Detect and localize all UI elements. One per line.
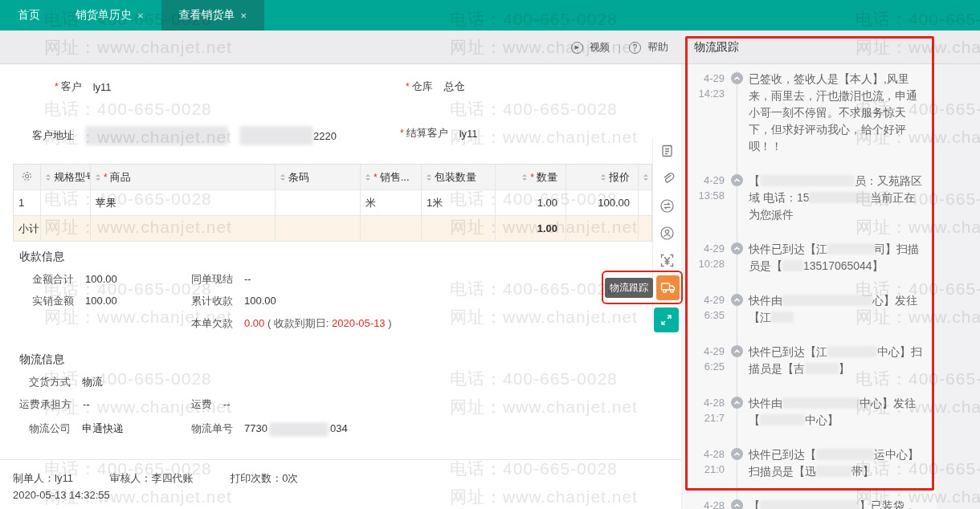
amount-total: 金额合计100.00	[32, 272, 117, 287]
expand-fullscreen-button[interactable]	[654, 307, 679, 332]
logistics-company-value: 申通快递	[82, 422, 124, 434]
help-link[interactable]: 帮助	[647, 40, 668, 55]
timeline-rail	[725, 344, 749, 377]
freight-party: 运费承担方--	[19, 397, 90, 412]
video-link[interactable]: 视频	[590, 40, 610, 55]
sort-arrows-icon[interactable]	[46, 174, 51, 181]
sort-arrows-icon[interactable]	[365, 174, 370, 181]
tracking-number-label: 物流单号	[191, 422, 233, 434]
redacted-text	[760, 500, 860, 509]
table-cell	[91, 216, 276, 241]
settle-customer-field[interactable]: * 结算客户 ly11	[400, 126, 478, 140]
timeline-node-icon	[731, 345, 743, 357]
timeline-node-icon	[731, 242, 743, 254]
actual-amount-value: 100.00	[85, 295, 117, 307]
column-label: 包装数量	[435, 170, 476, 185]
column-header-条码: 条码	[276, 165, 361, 189]
price-icon[interactable]	[659, 252, 676, 268]
links-divider: |	[619, 42, 621, 54]
received-total-label: 累计收款	[191, 295, 233, 307]
auditor-value: 李四代账	[152, 472, 194, 484]
warehouse-field[interactable]: * 仓库 总仓	[406, 79, 465, 94]
table-cell	[361, 216, 422, 241]
amount-total-value: 100.00	[85, 273, 117, 285]
table-cell	[566, 216, 639, 241]
tracking-entry-time: 4-2910:28	[683, 241, 725, 275]
table-cell: 1.00	[496, 216, 566, 241]
tracking-entry-text: 快件已到达【江中心】扫描员是【吉】	[749, 344, 937, 377]
tracking-entry-text: 【】已装袋，扫描员【】，袋号【9006178596869】	[749, 498, 937, 509]
tracking-entry: 4-296:25快件已到达【江中心】扫描员是【吉】	[683, 344, 937, 377]
tracking-number-prefix: 7730	[244, 422, 267, 434]
sort-arrows-icon[interactable]	[522, 174, 527, 181]
gear-icon[interactable]	[21, 170, 33, 185]
auditor-label: 审核人：	[110, 472, 152, 484]
sort-arrows-icon[interactable]	[643, 174, 648, 181]
table-row[interactable]: 1苹果米1米1.00100.00	[14, 190, 651, 216]
table-cell	[422, 216, 496, 241]
tab-close-icon[interactable]: ×	[137, 10, 144, 22]
exchange-icon[interactable]	[659, 197, 676, 214]
redacted-text	[782, 295, 872, 306]
line-items-table: 规格型号*商品条码*销售...包装数量*数量报价1苹果米1米1.00100.00…	[13, 164, 652, 242]
customer-icon[interactable]	[659, 225, 676, 241]
tracking-entry-time: 4-296:25	[683, 344, 725, 377]
sort-arrows-icon[interactable]	[96, 174, 100, 181]
table-header-row: 规格型号*商品条码*销售...包装数量*数量报价	[14, 165, 651, 190]
logistics-tracking-button[interactable]	[656, 275, 680, 300]
logistics-company-label: 物流公司	[29, 422, 71, 434]
top-tab-0[interactable]: 首页	[0, 0, 58, 31]
sort-arrows-icon[interactable]	[280, 174, 285, 181]
debt-amount-value: 0.00	[244, 317, 264, 329]
redacted-text	[760, 414, 805, 426]
freight-cost-label: 运费	[191, 398, 212, 410]
table-cell: 1米	[422, 190, 496, 215]
timeline-node-icon	[731, 397, 743, 409]
table-cell: 100.00	[566, 190, 639, 215]
top-tab-1[interactable]: 销货单历史×	[58, 0, 161, 31]
top-tab-2[interactable]: 查看销货单×	[161, 0, 265, 31]
redacted-text	[816, 466, 851, 477]
timeline-rail	[725, 71, 749, 155]
column-header-商品: *商品	[91, 165, 276, 189]
required-asterisk: *	[374, 172, 378, 183]
table-subtotal-row[interactable]: 小计1.00	[14, 216, 651, 242]
timeline-rail	[725, 395, 749, 429]
logistics-tracking-highlight: 物流跟踪	[602, 271, 683, 304]
tracking-entry-text: 【员：又苑路区域 电话：15当前正在为您派件	[749, 173, 937, 223]
settle-customer-label: 结算客户	[406, 126, 448, 140]
required-asterisk: *	[530, 172, 534, 183]
cash-settle-value: --	[244, 273, 251, 285]
tracking-timeline[interactable]: 4-2914:23已签收，签收人是【本人】,风里来，雨里去，汗也撒泪也流，申通小…	[683, 71, 937, 509]
payment-section-title: 收款信息	[19, 250, 64, 264]
cell-value: 1	[18, 197, 24, 209]
table-cell: 1.00	[496, 190, 566, 215]
attachment-icon[interactable]	[659, 170, 676, 186]
note-icon[interactable]	[659, 143, 676, 159]
column-label: 数量	[537, 170, 557, 185]
sort-arrows-icon[interactable]	[601, 174, 606, 181]
tab-close-icon[interactable]: ×	[241, 10, 247, 22]
delivery-method-value: 物流	[82, 376, 103, 388]
required-asterisk: *	[406, 81, 410, 92]
table-cell: 小计	[14, 216, 41, 241]
top-tab-label: 查看销货单	[179, 8, 235, 22]
table-cell: 1	[14, 190, 41, 215]
delivery-method: 交货方式物流	[29, 375, 103, 389]
column-header-数量: *数量	[496, 165, 566, 189]
cell-value: 苹果	[96, 196, 116, 210]
creation-timestamp: 2020-05-13 14:32:55	[13, 489, 110, 501]
sort-arrows-icon[interactable]	[427, 174, 431, 181]
timeline-node-icon	[731, 499, 743, 509]
tracking-entry-time: 4-2913:58	[683, 173, 725, 223]
customer-field[interactable]: * 客户 ly11	[55, 79, 112, 94]
top-tab-label: 首页	[18, 8, 40, 22]
debt-amount: 本单欠款0.00 ( 收款到期日: 2020-05-13 )	[191, 316, 392, 331]
redacted-text	[816, 449, 874, 460]
column-label: 条码	[288, 170, 309, 185]
tracking-entry-text: 已签收，签收人是【本人】,风里来，雨里去，汗也撒泪也流，申通小哥一刻不停留。不求…	[749, 71, 937, 155]
browser-tab-bar: 首页销货单历史×查看销货单×	[0, 0, 980, 31]
customer-address-field[interactable]: 客户地址 2220	[32, 126, 337, 145]
help-glyph: ?	[633, 43, 638, 52]
creator-label: 制单人：	[13, 472, 55, 484]
